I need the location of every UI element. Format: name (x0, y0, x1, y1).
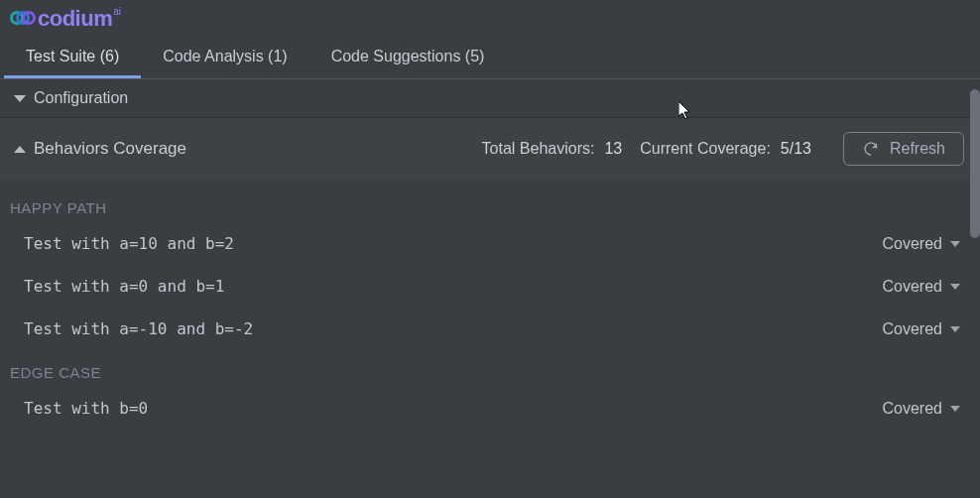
test-label: Test with a=-10 and b=-2 (24, 319, 883, 338)
status-badge: Covered (883, 400, 942, 418)
test-label: Test with a=0 and b=1 (24, 277, 883, 296)
logo-suffix: ai (113, 6, 121, 17)
logo-text: codium (38, 6, 112, 32)
refresh-label: Refresh (890, 140, 945, 158)
chevron-up-icon (14, 146, 26, 153)
logo-icon (10, 9, 36, 29)
configuration-section-header[interactable]: Configuration (0, 79, 980, 118)
chevron-down-icon[interactable] (950, 241, 960, 247)
group-happy-path-label: HAPPY PATH (10, 186, 964, 222)
tab-code-suggestions[interactable]: Code Suggestions (5) (309, 36, 507, 78)
behaviors-list: HAPPY PATH Test with a=10 and b=2 Covere… (0, 180, 980, 430)
tab-code-analysis[interactable]: Code Analysis (1) (141, 36, 308, 78)
configuration-title: Configuration (34, 89, 128, 107)
current-coverage-value: 5/13 (781, 140, 811, 158)
total-behaviors-value: 13 (604, 140, 622, 158)
chevron-down-icon[interactable] (950, 284, 960, 290)
status-badge: Covered (883, 320, 942, 338)
logo: codium ai (0, 0, 980, 36)
chevron-down-icon (14, 95, 26, 102)
current-coverage-label: Current Coverage: (640, 140, 771, 158)
test-label: Test with b=0 (24, 399, 883, 418)
status-badge: Covered (883, 278, 942, 296)
list-item[interactable]: Test with a=0 and b=1 Covered (10, 265, 964, 308)
refresh-button[interactable]: Refresh (843, 132, 964, 166)
test-label: Test with a=10 and b=2 (24, 234, 883, 253)
total-behaviors-label: Total Behaviors: (482, 140, 595, 158)
list-item[interactable]: Test with a=10 and b=2 Covered (10, 222, 964, 265)
behaviors-coverage-header[interactable]: Behaviors Coverage Total Behaviors: 13 C… (0, 118, 980, 180)
status-badge: Covered (883, 235, 942, 253)
scrollbar[interactable] (970, 89, 980, 238)
list-item[interactable]: Test with b=0 Covered (10, 387, 964, 430)
refresh-icon (862, 140, 880, 158)
chevron-down-icon[interactable] (950, 406, 960, 412)
tab-bar: Test Suite (6) Code Analysis (1) Code Su… (0, 36, 980, 79)
tab-test-suite[interactable]: Test Suite (6) (4, 36, 141, 78)
group-edge-case-label: EDGE CASE (10, 350, 964, 387)
chevron-down-icon[interactable] (950, 326, 960, 332)
list-item[interactable]: Test with a=-10 and b=-2 Covered (10, 308, 964, 350)
behaviors-title: Behaviors Coverage (34, 139, 186, 159)
